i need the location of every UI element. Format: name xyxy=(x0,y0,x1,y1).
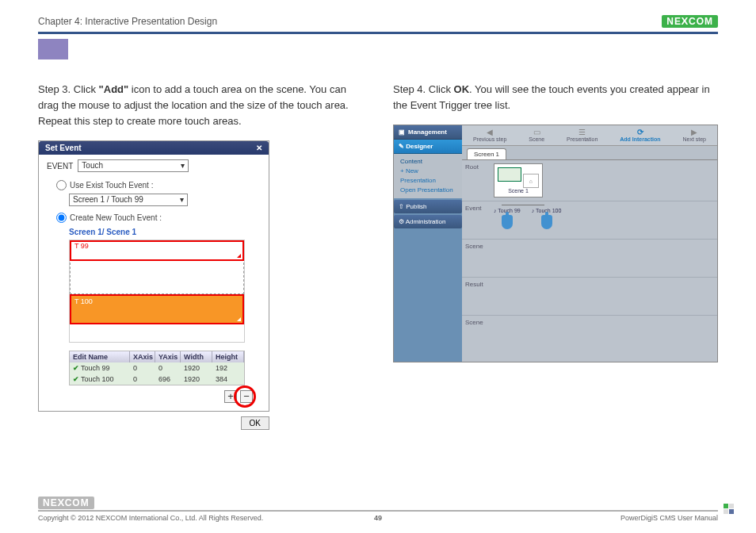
tool-add-interaction[interactable]: ⟳Add Interaction xyxy=(620,128,660,142)
touch-area-100[interactable]: T 100 xyxy=(70,294,244,324)
page-number: 49 xyxy=(374,514,382,522)
event-select[interactable]: Touch▾ xyxy=(78,159,189,172)
nav-open-presentation[interactable]: Open Presentation xyxy=(400,186,456,195)
row-scene2-label: Scene xyxy=(462,316,491,354)
nav-designer[interactable]: ✎ Designer xyxy=(394,140,462,154)
step4-text: Step 4. Click OK. You will see the touch… xyxy=(393,82,718,113)
brand-logo: NEXCOM xyxy=(662,16,718,27)
nav-new-presentation[interactable]: + New Presentation xyxy=(400,167,456,186)
create-new-label: Create New Touch Event : xyxy=(70,213,162,222)
hand-icon xyxy=(502,215,513,229)
event-label: EVENT xyxy=(47,162,73,171)
exist-event-select[interactable]: Screen 1 / Touch 99▾ xyxy=(69,194,188,206)
corner-decoration xyxy=(724,504,734,514)
table-row[interactable]: ✔Touch 100 0 696 1920 384 xyxy=(70,374,244,385)
footer-brand-logo: NEXCOM xyxy=(38,497,718,508)
tab-screen1[interactable]: Screen 1 xyxy=(467,148,506,159)
chapter-title: Chapter 4: Interactive Presentation Desi… xyxy=(38,16,217,27)
touch-table: Edit Name XAxis YAxis Width Height ✔Touc… xyxy=(69,351,245,385)
event-touch-99[interactable]: ♪ Touch 99 xyxy=(494,208,521,229)
row-result-label: Result xyxy=(462,278,491,315)
footer-rule xyxy=(38,510,718,512)
nav-content[interactable]: Content xyxy=(400,157,456,167)
step3-text: Step 3. Click "Add" icon to add a touch … xyxy=(38,82,363,129)
tool-prev[interactable]: ◀Previous step xyxy=(473,128,506,142)
row-event-label: Event xyxy=(462,201,491,239)
pencil-icon: ✎ xyxy=(399,143,406,150)
home-icon: ⌂ xyxy=(523,174,539,188)
check-icon: ✔ xyxy=(73,364,79,372)
tool-scene[interactable]: ▭Scene xyxy=(529,128,544,142)
scene-card[interactable]: ⌂ Scene 1 xyxy=(494,163,543,197)
use-exist-label: Use Exist Touch Event : xyxy=(70,181,153,190)
refresh-icon: ⟳ xyxy=(620,128,660,136)
ok-button[interactable]: OK xyxy=(241,416,269,430)
event-touch-100[interactable]: ♪ Touch 100 xyxy=(532,208,562,229)
header-rule xyxy=(38,32,718,34)
tool-presentation[interactable]: ☰Presentation xyxy=(567,128,598,142)
check-icon: ✔ xyxy=(73,375,79,383)
scene-editor[interactable]: T 99 T 100 xyxy=(69,240,245,343)
app-sidebar: ▣Management ✎ Designer Content + New Pre… xyxy=(394,125,462,362)
set-event-panel: Set Event ✕ EVENT Touch▾ Use Exist Touch… xyxy=(38,140,269,412)
arrow-left-icon: ◀ xyxy=(473,128,506,136)
app-toolbar: ◀Previous step ▭Scene ☰Presentation ⟳Add… xyxy=(462,125,717,146)
upload-icon: ⇧ xyxy=(399,203,406,210)
nav-management[interactable]: ▣Management xyxy=(394,125,462,140)
close-icon[interactable]: ✕ xyxy=(256,144,262,152)
window-icon: ▭ xyxy=(529,128,544,136)
app-screenshot: ▣Management ✎ Designer Content + New Pre… xyxy=(393,125,718,362)
use-exist-radio[interactable] xyxy=(56,180,67,190)
row-scene-label: Scene xyxy=(462,240,491,277)
remove-button[interactable]: − xyxy=(240,390,253,403)
empty-zone xyxy=(70,263,244,294)
brand-logo-text: NEXCOM xyxy=(662,15,718,28)
copyright-text: Copyright © 2012 NEXCOM International Co… xyxy=(38,514,263,522)
add-button[interactable]: + xyxy=(224,390,237,403)
scene-thumbnail xyxy=(498,167,521,182)
decorative-block xyxy=(38,39,68,59)
nav-administration[interactable]: ⚙ Administration xyxy=(394,215,462,228)
stack-icon: ☰ xyxy=(567,128,598,136)
arrow-right-icon: ▶ xyxy=(682,128,706,136)
tool-next[interactable]: ▶Next step xyxy=(682,128,706,142)
hand-icon xyxy=(541,215,552,229)
manual-title: PowerDigiS CMS User Manual xyxy=(620,514,718,522)
scene-path-label: Screen 1/ Scene 1 xyxy=(69,228,261,236)
touch-area-99[interactable]: T 99 xyxy=(70,240,244,261)
panel-title-bar: Set Event ✕ xyxy=(39,141,269,155)
nav-publish[interactable]: ⇧ Publish xyxy=(394,200,462,213)
row-root-label: Root xyxy=(462,160,491,201)
table-row[interactable]: ✔Touch 99 0 0 1920 192 xyxy=(70,362,244,374)
create-new-radio[interactable] xyxy=(56,213,67,223)
folder-icon: ▣ xyxy=(399,128,405,136)
gear-icon: ⚙ xyxy=(399,218,406,225)
